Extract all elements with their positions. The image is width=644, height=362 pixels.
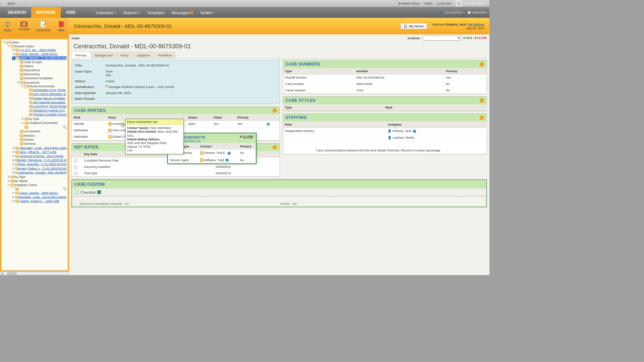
tree-item[interactable]: Depositions [24, 69, 40, 72]
help-link[interactable]: ?HELP [422, 2, 434, 5]
globe-icon[interactable]: 🌍 [266, 122, 270, 126]
info-icon[interactable]: i [413, 130, 416, 133]
checkbox-icon[interactable]: ✓ [74, 159, 77, 162]
tree-doc-link[interactable]: PLAINTIFFS' RESPONSE [31, 105, 67, 108]
collapse-button[interactable]: ⌃ [479, 116, 484, 120]
tab-background[interactable]: Background [91, 52, 117, 58]
case-styles-panel: CASE STYLES⌃ TypeStyle [283, 96, 487, 111]
menu-toolkit[interactable]: Toolkit▼ [200, 10, 214, 15]
checkbox-icon[interactable]: ✓ [74, 165, 77, 169]
collapse-button[interactable]: ⌃ [479, 62, 484, 67]
log-contact-link[interactable]: 👤LOG CONTACT [440, 11, 463, 14]
tree-item[interactable]: by Type [29, 117, 39, 121]
collapse-button[interactable]: ⌃ [272, 145, 277, 149]
tree-case-link[interactable]: Abernathy, Cristi - 2013-0001-00001 [17, 195, 67, 199]
menu-messages[interactable]: Messages✉ [172, 10, 193, 15]
table-row[interactable]: Case Number0005-00001No [283, 81, 486, 87]
tree-item[interactable]: List Queries [24, 130, 40, 133]
table-row[interactable]: Cause Number1234No [283, 87, 486, 94]
back-arrow-icon: ◄ [3, 1, 7, 5]
menu-templates[interactable]: Templates [147, 10, 165, 15]
tree-item[interactable]: Parties [24, 138, 33, 141]
popup-close-button[interactable]: ✖CLOSE [240, 135, 253, 139]
cases-tree[interactable]: ⊟Cases ⊟Recent Cases ⊞A C & S, Inc. - 20… [1, 39, 68, 270]
tree-case-link[interactable]: Alton, Alfred B. - 3177-ASB [19, 150, 56, 154]
nav-browse[interactable]: BROWSE [31, 7, 61, 18]
excel-icon[interactable]: X [97, 190, 101, 194]
tree-item[interactable]: Case Groups [24, 60, 42, 64]
tab-litigation[interactable]: Litigation [133, 52, 154, 58]
checkbox-icon[interactable]: ✓ [74, 172, 77, 175]
tree-doc-link[interactable]: Don Harris Deposition E [33, 92, 66, 96]
my-settings-link[interactable]: My Settings [468, 22, 484, 26]
my-home-button[interactable]: 🏠My Home [400, 23, 427, 29]
tree-item[interactable]: by Status [15, 179, 28, 183]
tab-party[interactable]: Party [117, 52, 132, 58]
collapse-button[interactable]: ⌃ [479, 98, 484, 103]
folder-icon [29, 101, 33, 104]
tree-case-link[interactable]: A C & S, Inc. - 2010-00004 [19, 48, 56, 52]
tree-item[interactable]: Discoveries [24, 73, 40, 76]
ribbon-contacts[interactable]: @Contacts [18, 21, 30, 31]
contact-card-icon [108, 135, 112, 139]
tree-case-link[interactable]: Adams, Frank Q. - 1459-ASB [19, 199, 59, 203]
tree-collapse-icon[interactable]: ⊟ [3, 41, 5, 44]
tree-case-link[interactable]: Bickett, Maryanna - C-01-2252-26 M [17, 159, 67, 162]
tree-doc-link[interactable]: Thomas Coughlin Depos [33, 113, 67, 117]
checklist-header[interactable]: Checklist X [72, 188, 486, 196]
ribbon-other[interactable]: 📕Other [57, 20, 66, 32]
close-button[interactable]: ✖CLOSE [474, 36, 487, 40]
tree-item[interactable]: Recent Documents [29, 85, 55, 88]
tree-item[interactable]: Motions [24, 134, 35, 137]
search-icon[interactable]: 🔍 [63, 187, 67, 191]
nav-search[interactable]: SEARCH [3, 7, 31, 18]
info-icon[interactable]: i [225, 159, 229, 162]
tree-case-link[interactable]: Centracchio, Donald - MDL-00-8675 [17, 171, 67, 174]
table-row[interactable]: Service AgentWilliams, Todd iNo [168, 156, 256, 164]
tree-case-link[interactable]: Abernathy, Cristi - 2013-0001-0000 [19, 146, 67, 150]
info-icon[interactable]: i [227, 151, 231, 155]
tab-primary[interactable]: Primary [72, 52, 91, 58]
menu-calendars[interactable]: Calendars▼ [96, 10, 116, 15]
tree-case-link[interactable]: Aaron, Denise - 2009-00011 [19, 191, 58, 195]
tree-doc-link[interactable]: Declaration of Dr. Richa [33, 88, 66, 92]
tree-item[interactable]: by Type [15, 175, 26, 179]
menu-reports[interactable]: Reports▼ [123, 10, 140, 15]
tree-case-link[interactable]: Bryant, Debra A. - C-01-2252-52 MJ [17, 167, 67, 170]
table-row[interactable]: Plaintiff NumberMDL-00-8675309-01Yes [283, 75, 486, 81]
tree-item[interactable]: Document Templates [24, 77, 53, 80]
tree-case-link[interactable]: Binet, Jeanette - C-01-2252-28 MJJ [18, 163, 67, 166]
logoff-link[interactable]: ▢LOG OFF [435, 2, 453, 5]
tree-item[interactable]: Documents [24, 81, 39, 84]
tree-case-link[interactable]: Aaron, Denise - 2009-00011 [19, 52, 58, 56]
tree-doc-link[interactable]: Jim Haworth Deposition [33, 100, 66, 104]
tree-doc-link[interactable]: Expert Report of Willian [33, 96, 66, 100]
ribbon-cases[interactable]: ⚖️Cases [3, 20, 11, 32]
admin-tools-link[interactable]: ⚙ADMIN TOOLS [397, 2, 421, 5]
search-doc-icon[interactable]: 🔍 [63, 125, 67, 129]
collapse-button[interactable]: ⌃ [272, 108, 277, 113]
right-column: Centracchio, Donald - MDL-00-8675309-01 … [69, 18, 489, 275]
table-row[interactable]: Responsible Attorney👤 Roberts, Jack i [283, 128, 486, 134]
tree-item[interactable]: Assigned Documents [29, 121, 57, 125]
tree-case-link[interactable]: American Express - 2012-00006 [19, 154, 63, 158]
actions-select[interactable] [423, 36, 461, 41]
tree-item[interactable]: Assigned Cases [15, 183, 37, 187]
time-entry-link[interactable]: 🕐TIME ENTRY [468, 11, 487, 14]
tree-case-link[interactable]: Aaron, Denise - C-01-2252-03 MJJ [19, 56, 67, 60]
tab-workflow[interactable]: Workflow [154, 52, 175, 58]
tree-horizontal-scrollbar[interactable]: ◄ [0, 272, 69, 275]
table-row[interactable]: ✓Trial Date09/30/2013 [72, 170, 280, 176]
folder-open-icon [11, 45, 14, 47]
ribbon-documents[interactable]: 📝Documents [36, 20, 50, 32]
table-row[interactable]: 👤 Lambert, Sheila [283, 134, 486, 141]
folder-icon [20, 77, 24, 80]
case-header: Centracchio, Donald - MDL-00-8675309-01 … [69, 18, 489, 34]
back-button[interactable]: ◄ BACK [3, 1, 15, 5]
tree-doc-link[interactable]: Statistical Analysis of G [33, 109, 65, 112]
nav-add[interactable]: ADD [61, 7, 80, 18]
tree-item[interactable]: Services [24, 142, 36, 146]
new-button[interactable]: ✚NEW [463, 36, 472, 40]
tree-item[interactable]: Claims [24, 64, 33, 68]
table-row[interactable]: ✓Discovery Deadline03/30/2012 [72, 164, 280, 170]
